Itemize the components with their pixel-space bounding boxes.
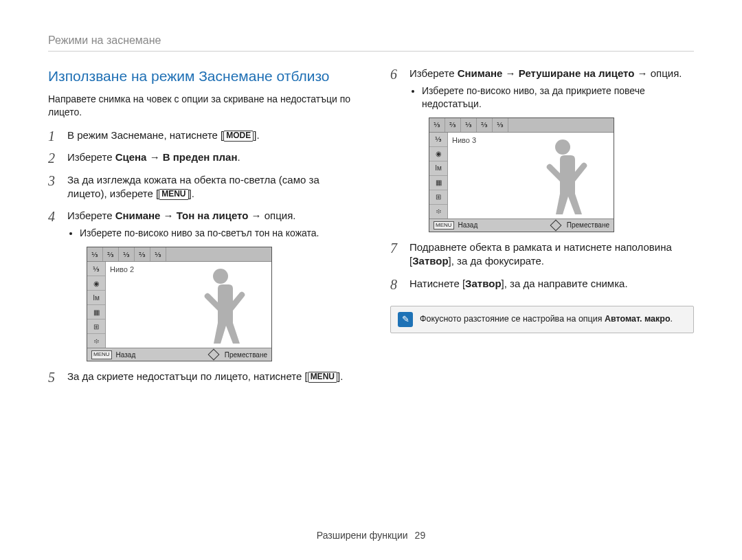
step-text: За да скриете недостатъци по лицето, нат… [67, 370, 308, 382]
divider [48, 51, 694, 52]
step-6: Изберете Снимане → Ретуширане на лицето … [390, 67, 694, 232]
person-silhouette-icon [193, 267, 248, 348]
lcd-side-icon: ፨ [87, 334, 105, 348]
lcd-back-label: Назад [458, 221, 478, 230]
note-post: . [671, 314, 673, 324]
lcd-top-icon: ⅔ [477, 118, 493, 132]
step-5: За да скриете недостатъци по лицето, нат… [48, 370, 352, 383]
arrow: → [634, 67, 650, 79]
breadcrumb: Режими на заснемане [48, 34, 694, 47]
step-1: В режим Заснемане, натиснете [MODE]. [48, 128, 352, 142]
section-title: Използване на режим Заснемане отблизо [48, 67, 352, 86]
lcd-move-label: Преместване [567, 221, 609, 230]
step-bold: Тон на лицето [177, 210, 249, 221]
step-4-sublist: Изберете по-високо ниво за по-светъл тон… [67, 227, 352, 240]
nav-diamond-icon [550, 220, 561, 232]
arrow: → [160, 210, 176, 221]
lcd-top-bar: ⅓ ⅔ ⅓ ⅔ ⅓ [429, 118, 614, 133]
step-2: Изберете Сцена → В преден план. [48, 150, 352, 164]
step-text: Изберете [67, 151, 115, 163]
step-tail: опция. [651, 67, 682, 79]
step-text-end: ], за да направите снимка. [502, 278, 628, 289]
steps-list-left: В режим Заснемане, натиснете [MODE]. Изб… [48, 128, 352, 383]
lcd-top-icon: ⅔ [135, 247, 150, 261]
step-text-end: ], за да фокусирате. [449, 255, 544, 267]
camera-lcd-2: ⅓ ⅔ ⅓ ⅔ ⅓ ⅓ ◉ Iм [429, 117, 694, 232]
lcd-level-text: Ниво 2 [110, 265, 134, 275]
step-bold: Ретуширане на лицето [519, 67, 635, 79]
step-text-end: . [237, 151, 240, 163]
step-bold: Снимане [458, 67, 503, 79]
page-footer: Разширени функции 29 [0, 530, 742, 541]
step-text-end: ]. [189, 188, 194, 199]
mode-label: MODE [223, 131, 254, 142]
step-bold: В преден план [163, 151, 238, 163]
lcd-side-icon: Iм [87, 291, 105, 305]
lcd-body: ⅓ ◉ Iм ▦ ⊞ ፨ Ниво 3 [429, 133, 614, 219]
step-bold: Снимане [115, 210, 161, 221]
lcd-top-icon: ⅔ [103, 247, 119, 261]
svg-point-1 [555, 139, 570, 155]
step-bold: Сцена [115, 151, 147, 163]
note-bold: Автомат. макро [605, 314, 671, 324]
step-text-end: ]. [254, 129, 259, 141]
lcd-frame: ⅓ ⅔ ⅓ ⅔ ⅓ ⅓ ◉ Iм [87, 247, 272, 361]
note-box: ✎ Фокусното разстояние се настройва на о… [390, 306, 694, 333]
page-number: 29 [415, 530, 426, 541]
step-4-sub: Изберете по-високо ниво за по-светъл тон… [80, 227, 352, 240]
menu-chip-icon: MENU [434, 221, 454, 230]
lcd-bottom-bar: MENU Назад Преместване [429, 219, 614, 232]
lcd-canvas: Ниво 3 [448, 133, 614, 219]
lcd-side-icon: ⅓ [87, 262, 105, 276]
lcd-move-label: Преместване [225, 350, 267, 360]
nav-diamond-icon [207, 349, 219, 361]
left-column: Използване на режим Заснемане отблизо На… [48, 67, 352, 392]
document-page: Режими на заснемане Използване на режим … [0, 0, 742, 560]
note-text: Фокусното разстояние се настройва на опц… [420, 313, 673, 325]
footer-section: Разширени функции [317, 530, 408, 541]
step-8: Натиснете [Затвор], за да направите сним… [390, 277, 694, 291]
intro-text: Направете снимка на човек с опции за скр… [48, 93, 352, 119]
lcd-top-icon: ⅔ [445, 118, 461, 132]
arrow: → [146, 151, 162, 163]
note-pre: Фокусното разстояние се настройва на опц… [420, 314, 605, 324]
lcd-top-icon: ⅓ [150, 247, 166, 261]
lcd-side-icon: ⊞ [429, 190, 447, 205]
step-bold: Затвор [465, 278, 501, 289]
menu-label: MENU [308, 372, 337, 383]
two-column-layout: Използване на режим Заснемане отблизо На… [48, 67, 694, 392]
lcd-side-icon: ◉ [429, 147, 447, 161]
lcd-side-icon: ⊞ [87, 320, 105, 334]
step-text-end: ]. [337, 370, 343, 382]
step-6-sub: Изберете по-високо ниво, за да прикриете… [422, 85, 694, 111]
steps-list-right: Изберете Снимане → Ретуширане на лицето … [390, 67, 694, 291]
arrow: → [502, 67, 518, 79]
lcd-side-icon: ▦ [429, 176, 447, 190]
step-6-sublist: Изберете по-високо ниво, за да прикриете… [409, 85, 694, 111]
info-icon: ✎ [398, 312, 413, 327]
step-text: Изберете [409, 67, 458, 79]
menu-chip-icon: MENU [91, 350, 112, 359]
step-bold: Затвор [412, 255, 448, 267]
right-column: Изберете Снимане → Ретуширане на лицето … [390, 67, 694, 392]
lcd-frame: ⅓ ⅔ ⅓ ⅔ ⅓ ⅓ ◉ Iм [429, 117, 614, 232]
lcd-side-icon: ◉ [87, 276, 105, 291]
lcd-top-icon: ⅓ [429, 118, 445, 132]
lcd-side-bar: ⅓ ◉ Iм ▦ ⊞ ፨ [429, 133, 448, 219]
lcd-top-icon: ⅓ [493, 118, 508, 132]
step-3: За да изглежда кожата на обекта по-светл… [48, 173, 352, 201]
step-4: Изберете Снимане → Тон на лицето → опция… [48, 209, 352, 361]
lcd-body: ⅓ ◉ Iм ▦ ⊞ ፨ Ниво 2 [87, 262, 271, 348]
lcd-level-text: Ниво 3 [452, 135, 476, 146]
lcd-top-bar: ⅓ ⅔ ⅓ ⅔ ⅓ [87, 247, 271, 262]
arrow: → [248, 210, 264, 221]
step-tail: опция. [265, 210, 296, 221]
lcd-side-bar: ⅓ ◉ Iм ▦ ⊞ ፨ [87, 262, 106, 348]
step-text: Натиснете [ [409, 278, 465, 289]
lcd-top-icon: ⅓ [461, 118, 477, 132]
lcd-top-icon: ⅓ [119, 247, 135, 261]
lcd-top-icon: ⅓ [87, 247, 103, 261]
menu-label: MENU [159, 189, 188, 200]
lcd-side-icon: ▦ [87, 305, 105, 320]
camera-lcd-1: ⅓ ⅔ ⅓ ⅔ ⅓ ⅓ ◉ Iм [87, 247, 352, 361]
